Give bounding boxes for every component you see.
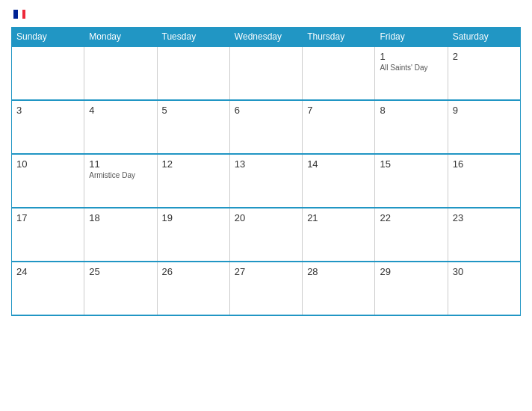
calendar-cell: 26 (157, 262, 229, 315)
day-number: 4 (89, 105, 152, 116)
calendar-week-1: 3456789 (12, 100, 521, 154)
calendar-cell: 21 (303, 208, 375, 262)
col-sunday: Sunday (12, 28, 84, 47)
day-number: 21 (307, 212, 370, 223)
day-number: 2 (453, 51, 516, 62)
calendar-cell: 27 (229, 262, 302, 315)
day-number: 18 (89, 212, 152, 223)
calendar-cell: 19 (157, 208, 229, 262)
day-number: 14 (307, 158, 370, 170)
calendar-cell: 6 (229, 100, 302, 154)
calendar-cell: 24 (12, 262, 84, 315)
calendar-cell: 10 (12, 154, 84, 208)
day-number: 25 (89, 266, 152, 277)
calendar-cell: 18 (84, 208, 157, 262)
calendar-week-4: 24252627282930 (12, 262, 521, 315)
day-number: 3 (16, 105, 79, 116)
calendar-cell: 4 (84, 100, 157, 154)
col-monday: Monday (84, 28, 157, 47)
col-wednesday: Wednesday (229, 28, 302, 47)
calendar-cell: 14 (303, 154, 375, 208)
day-number: 16 (453, 158, 516, 170)
calendar-header: Sunday Monday Tuesday Wednesday Thursday… (12, 28, 521, 47)
logo-flag-icon (12, 7, 25, 21)
calendar-cell: 22 (375, 208, 448, 262)
day-number: 9 (453, 105, 516, 116)
calendar-cell: 5 (157, 100, 229, 154)
day-number: 27 (235, 266, 297, 277)
calendar-cell (157, 46, 229, 100)
svg-marker-5 (22, 10, 25, 19)
day-number: 7 (307, 105, 370, 116)
calendar-cell: 17 (12, 208, 84, 262)
header (11, 7, 521, 21)
svg-marker-4 (18, 10, 22, 19)
logo (11, 7, 25, 21)
calendar-cell: 15 (375, 154, 448, 208)
calendar-cell (12, 46, 84, 100)
day-number: 8 (380, 105, 442, 116)
calendar-cell: 9 (448, 100, 520, 154)
calendar-cell: 3 (12, 100, 84, 154)
calendar-cell: 30 (448, 262, 520, 315)
col-thursday: Thursday (303, 28, 375, 47)
calendar-cell (303, 46, 375, 100)
calendar-cell: 2 (448, 46, 520, 100)
col-tuesday: Tuesday (157, 28, 229, 47)
calendar-cell: 29 (375, 262, 448, 315)
day-number: 10 (16, 158, 79, 170)
holiday-label: Armistice Day (89, 171, 152, 179)
calendar-cell: 7 (303, 100, 375, 154)
calendar-week-2: 1011Armistice Day1213141516 (12, 154, 521, 208)
day-number: 17 (16, 212, 79, 223)
day-number: 13 (235, 158, 297, 170)
calendar-cell: 23 (448, 208, 520, 262)
day-number: 24 (16, 266, 79, 277)
day-number: 29 (380, 266, 442, 277)
calendar-body: 1All Saints' Day234567891011Armistice Da… (12, 46, 521, 315)
calendar-cell: 8 (375, 100, 448, 154)
calendar-week-0: 1All Saints' Day2 (12, 46, 521, 100)
day-number: 30 (453, 266, 516, 277)
day-number: 12 (162, 158, 225, 170)
day-number: 11 (89, 158, 152, 170)
svg-marker-3 (13, 10, 18, 19)
calendar-cell (229, 46, 302, 100)
col-saturday: Saturday (448, 28, 520, 47)
calendar-cell (84, 46, 157, 100)
calendar-cell: 20 (229, 208, 302, 262)
day-number: 23 (453, 212, 516, 223)
holiday-label: All Saints' Day (380, 64, 442, 72)
calendar-cell: 16 (448, 154, 520, 208)
day-number: 5 (162, 105, 225, 116)
day-number: 22 (380, 212, 442, 223)
calendar-table: Sunday Monday Tuesday Wednesday Thursday… (11, 27, 521, 316)
page: Sunday Monday Tuesday Wednesday Thursday… (0, 0, 532, 411)
calendar-week-3: 17181920212223 (12, 208, 521, 262)
col-friday: Friday (375, 28, 448, 47)
calendar-cell: 28 (303, 262, 375, 315)
day-number: 6 (235, 105, 297, 116)
day-number: 28 (307, 266, 370, 277)
calendar-cell: 11Armistice Day (84, 154, 157, 208)
calendar-cell: 13 (229, 154, 302, 208)
day-number: 20 (235, 212, 297, 223)
day-number: 15 (380, 158, 442, 170)
calendar-cell: 12 (157, 154, 229, 208)
day-number: 1 (380, 51, 442, 62)
weekday-row: Sunday Monday Tuesday Wednesday Thursday… (12, 28, 521, 47)
calendar-cell: 1All Saints' Day (375, 46, 448, 100)
day-number: 19 (162, 212, 225, 223)
day-number: 26 (162, 266, 225, 277)
calendar-cell: 25 (84, 262, 157, 315)
